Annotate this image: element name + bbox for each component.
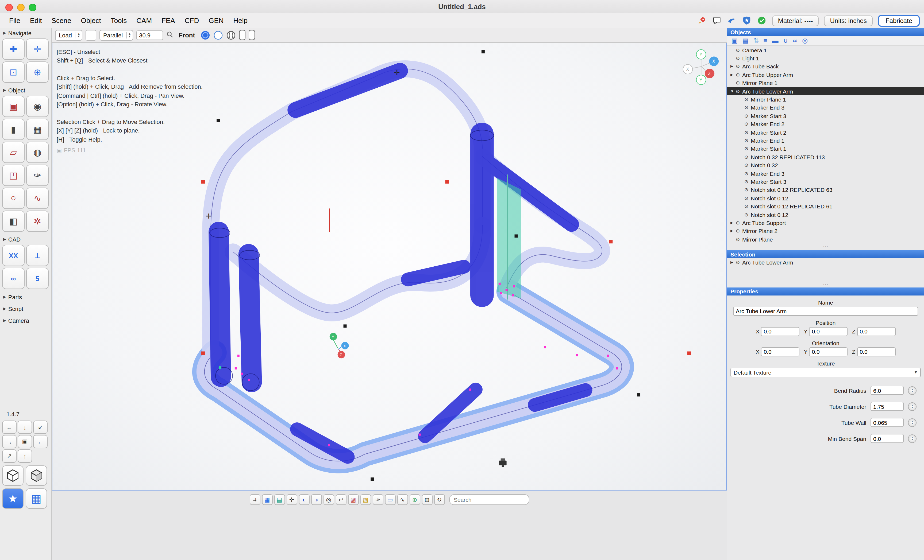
units-button[interactable]: Units: inches [824,15,873,26]
param-stepper[interactable]: ▲▼ [908,402,916,411]
tree-item[interactable]: Marker End 2 [727,120,924,128]
collapsed-section[interactable]: ▶ Camera [0,315,51,326]
plane-tool[interactable]: ▱ [2,142,25,163]
count-select-tool[interactable]: 5 [26,268,49,289]
tube-wall-toggle-icon[interactable] [248,30,255,40]
box-select-tool[interactable]: ⊡ [2,61,25,83]
axis-input[interactable] [857,347,896,356]
param-input[interactable] [870,386,904,395]
axis-input[interactable] [809,347,848,356]
disclosure-caret-icon[interactable] [730,229,736,233]
disclosure-caret-icon[interactable] [730,260,736,265]
minimize-button[interactable] [17,4,25,11]
send-icon[interactable] [727,16,737,25]
cylinder-tool[interactable]: ▮ [2,118,25,140]
axis-input[interactable] [857,327,896,336]
tree-item[interactable]: Marker Start 3 [727,178,924,186]
pan-tool[interactable]: ✛ [26,39,49,60]
param-input[interactable] [870,402,904,411]
solid-box-tool[interactable]: ◧ [2,211,25,232]
approve-icon[interactable] [757,16,767,25]
shelf-icon[interactable]: ▬ [772,37,778,44]
tree-item[interactable]: Mirror Plane 1 [727,95,924,104]
tree-item[interactable]: Camera 1 [727,46,924,54]
magnet-grid-icon[interactable]: ▦ [262,494,273,505]
collapsed-section[interactable]: ▶ Script [0,303,51,315]
menu-item[interactable]: File [4,16,25,25]
transform-icon[interactable]: ✛ [286,494,297,505]
tree-item[interactable]: Light 1 [727,54,924,63]
magnifier-icon[interactable] [166,30,173,40]
menu-item[interactable]: Object [76,16,106,25]
back-view-button[interactable]: ← [33,435,48,448]
shade-dark-icon[interactable]: ◐ [298,494,309,505]
linkage-tool[interactable]: ∞ [2,268,25,289]
render-view-icon[interactable]: ▤ [274,494,285,505]
tree-item[interactable]: Notch slot 0 12 REPLICATED 61 [727,202,924,211]
pan-left-button[interactable]: ← [2,421,16,434]
annotate-icon[interactable]: ✑ [372,494,383,505]
iso-view-button[interactable]: ↗ [2,449,16,463]
tree-item[interactable]: Arc Tube Support [727,219,924,227]
tree-item[interactable]: Notch slot 0 12 [727,211,924,219]
tube-toggle-icon[interactable] [239,30,245,40]
zoom-button[interactable] [29,4,36,11]
menu-item[interactable]: FEA [157,16,180,25]
texture-dropdown[interactable]: Default Texture ▼ [730,368,921,377]
disclosure-caret-icon[interactable] [730,64,736,69]
link-icon[interactable]: ∞ [793,37,797,44]
target-icon[interactable]: ◎ [802,37,808,44]
wire-cube-view-button[interactable] [2,466,24,486]
folder-icon[interactable]: ▤ [742,37,748,44]
new-group-icon[interactable]: ▣ [732,37,738,44]
waypoint-icon[interactable]: ⊕ [410,494,420,505]
pan-up-button[interactable]: ↑ [18,449,32,463]
tree-item[interactable]: Mirror Plane 1 [727,79,924,87]
tools-tool[interactable]: ✑ [26,165,49,186]
blocks-button[interactable]: ▦ [26,488,47,509]
param-input[interactable] [870,434,904,443]
disclosure-caret-icon[interactable] [730,221,736,225]
param-input[interactable] [870,418,904,427]
circle-view-icon[interactable] [213,30,223,40]
sphere-tool[interactable]: ◉ [26,96,49,117]
selection-item[interactable]: Arc Tube Lower Arm [727,258,924,267]
axis-input[interactable] [761,347,800,356]
material-button[interactable]: Material: ---- [772,15,819,26]
tree-item[interactable]: Marker End 3 [727,169,924,178]
collapsed-section[interactable]: ▶ Parts [0,291,51,303]
axis-input[interactable] [761,327,800,336]
menu-item[interactable]: CFD [180,16,204,25]
fabricate-button[interactable]: Fabricate [878,15,920,27]
circle-tool[interactable]: ○ [2,187,25,209]
frame-snap-icon[interactable]: ⌗ [249,494,260,505]
audio-icon[interactable]: ∿ [397,494,408,505]
merge-icon[interactable]: ∪ [783,37,788,44]
corner-tool[interactable]: ◳ [2,165,25,186]
menu-item[interactable]: CAM [132,16,157,25]
section-object[interactable]: ▶ Object [0,85,51,94]
name-input[interactable] [733,307,918,316]
search-input[interactable] [449,494,529,505]
orientation-gizmo[interactable]: Y X X Z Y [683,49,719,84]
cnc-tool[interactable]: XX [2,245,25,266]
reorder-icon[interactable]: ⇅ [753,37,759,44]
tree-item[interactable]: Arc Tube Back [727,63,924,71]
tree-item[interactable]: Notch 0 32 [727,161,924,169]
fov-input[interactable] [136,30,163,40]
shade-light-icon[interactable]: ◑ [311,494,322,505]
grid-tool[interactable]: ▦ [26,118,49,140]
preset-well[interactable] [86,30,96,40]
wire-sphere-icon[interactable] [226,30,236,40]
tree-item[interactable]: Notch slot 0 12 REPLICATED 63 [727,186,924,194]
tree-item[interactable]: Marker Start 1 [727,145,924,153]
param-stepper[interactable]: ▲▼ [908,434,916,443]
menu-item[interactable]: Edit [25,16,47,25]
mesh-sphere-tool[interactable]: ◍ [26,142,49,163]
jig-tool[interactable]: ⊥ [26,245,49,266]
menu-item[interactable]: Tools [106,16,132,25]
shaded-cube-view-button[interactable] [26,466,47,486]
shield-icon[interactable] [742,16,752,25]
list-icon[interactable]: ≡ [764,37,767,44]
menu-item[interactable]: Help [229,16,253,25]
